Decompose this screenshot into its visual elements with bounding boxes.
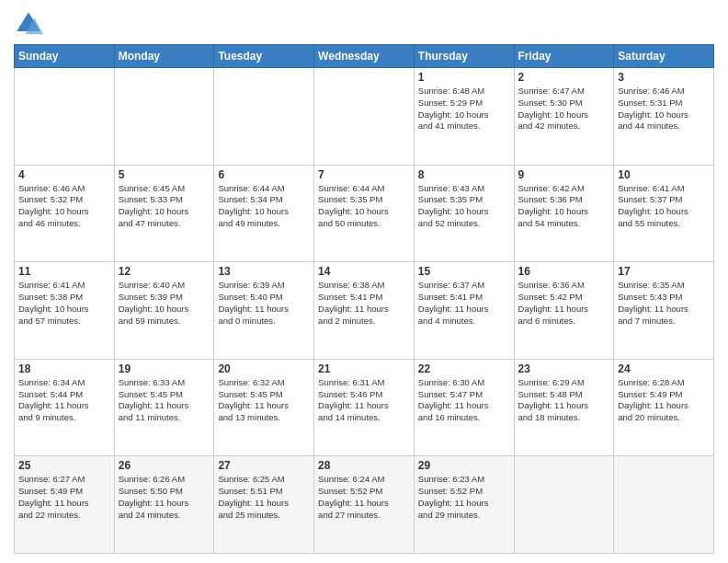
day-header-sunday: Sunday (15, 45, 115, 68)
day-info: Sunrise: 6:41 AM Sunset: 5:37 PM Dayligh… (618, 183, 710, 230)
calendar-cell: 7Sunrise: 6:44 AM Sunset: 5:35 PM Daylig… (314, 165, 415, 262)
calendar-header: SundayMondayTuesdayWednesdayThursdayFrid… (15, 45, 714, 68)
day-number: 6 (218, 168, 310, 181)
day-header-wednesday: Wednesday (314, 45, 415, 68)
day-number: 29 (418, 459, 510, 472)
calendar-cell: 26Sunrise: 6:26 AM Sunset: 5:50 PM Dayli… (114, 456, 214, 554)
calendar-cell: 28Sunrise: 6:24 AM Sunset: 5:52 PM Dayli… (314, 456, 415, 554)
day-info: Sunrise: 6:38 AM Sunset: 5:41 PM Dayligh… (318, 280, 410, 327)
day-info: Sunrise: 6:36 AM Sunset: 5:42 PM Dayligh… (518, 280, 610, 327)
day-info: Sunrise: 6:46 AM Sunset: 5:31 PM Dayligh… (618, 86, 710, 132)
logo-icon (14, 9, 43, 39)
day-info: Sunrise: 6:35 AM Sunset: 5:43 PM Dayligh… (618, 280, 710, 327)
week-row-2: 11Sunrise: 6:41 AM Sunset: 5:38 PM Dayli… (15, 262, 714, 360)
day-number: 27 (218, 459, 310, 472)
calendar-table: SundayMondayTuesdayWednesdayThursdayFrid… (14, 44, 714, 554)
day-number: 2 (518, 71, 610, 84)
day-header-thursday: Thursday (414, 45, 514, 68)
day-number: 10 (618, 168, 710, 181)
header-row: SundayMondayTuesdayWednesdayThursdayFrid… (15, 45, 714, 68)
week-row-3: 18Sunrise: 6:34 AM Sunset: 5:44 PM Dayli… (15, 359, 714, 456)
day-info: Sunrise: 6:28 AM Sunset: 5:49 PM Dayligh… (618, 377, 710, 424)
calendar-cell: 22Sunrise: 6:30 AM Sunset: 5:47 PM Dayli… (414, 359, 514, 456)
day-info: Sunrise: 6:42 AM Sunset: 5:36 PM Dayligh… (518, 183, 610, 230)
day-number: 4 (18, 168, 110, 181)
calendar-cell: 14Sunrise: 6:38 AM Sunset: 5:41 PM Dayli… (314, 262, 415, 360)
day-number: 7 (318, 168, 410, 181)
day-number: 14 (318, 265, 410, 278)
calendar-cell (114, 68, 214, 166)
day-number: 23 (518, 362, 610, 375)
day-number: 3 (618, 71, 710, 84)
calendar-cell (15, 68, 115, 166)
day-info: Sunrise: 6:44 AM Sunset: 5:34 PM Dayligh… (218, 183, 310, 230)
logo (14, 9, 47, 39)
calendar-cell (614, 456, 714, 554)
calendar-cell: 18Sunrise: 6:34 AM Sunset: 5:44 PM Dayli… (15, 359, 115, 456)
calendar-cell: 27Sunrise: 6:25 AM Sunset: 5:51 PM Dayli… (214, 456, 314, 554)
calendar-body: 1Sunrise: 6:48 AM Sunset: 5:29 PM Daylig… (15, 68, 714, 554)
day-info: Sunrise: 6:41 AM Sunset: 5:38 PM Dayligh… (18, 280, 110, 327)
day-info: Sunrise: 6:26 AM Sunset: 5:50 PM Dayligh… (119, 474, 210, 521)
page: SundayMondayTuesdayWednesdayThursdayFrid… (0, 0, 728, 563)
day-number: 13 (218, 265, 310, 278)
calendar-cell: 1Sunrise: 6:48 AM Sunset: 5:29 PM Daylig… (414, 68, 514, 166)
calendar-cell: 2Sunrise: 6:47 AM Sunset: 5:30 PM Daylig… (514, 68, 614, 166)
calendar-cell: 5Sunrise: 6:45 AM Sunset: 5:33 PM Daylig… (114, 165, 214, 262)
calendar-cell: 16Sunrise: 6:36 AM Sunset: 5:42 PM Dayli… (514, 262, 614, 360)
day-info: Sunrise: 6:48 AM Sunset: 5:29 PM Dayligh… (418, 86, 510, 132)
day-info: Sunrise: 6:47 AM Sunset: 5:30 PM Dayligh… (518, 86, 610, 132)
day-header-monday: Monday (114, 45, 214, 68)
week-row-0: 1Sunrise: 6:48 AM Sunset: 5:29 PM Daylig… (15, 68, 714, 166)
day-number: 19 (119, 362, 210, 375)
day-number: 18 (18, 362, 110, 375)
calendar-cell: 6Sunrise: 6:44 AM Sunset: 5:34 PM Daylig… (214, 165, 314, 262)
day-number: 11 (18, 265, 110, 278)
calendar-cell: 23Sunrise: 6:29 AM Sunset: 5:48 PM Dayli… (514, 359, 614, 456)
day-number: 1 (418, 71, 510, 84)
calendar-cell: 29Sunrise: 6:23 AM Sunset: 5:52 PM Dayli… (414, 456, 514, 554)
calendar-cell: 21Sunrise: 6:31 AM Sunset: 5:46 PM Dayli… (314, 359, 415, 456)
day-info: Sunrise: 6:32 AM Sunset: 5:45 PM Dayligh… (218, 377, 310, 424)
day-info: Sunrise: 6:25 AM Sunset: 5:51 PM Dayligh… (218, 474, 310, 521)
day-info: Sunrise: 6:24 AM Sunset: 5:52 PM Dayligh… (318, 474, 410, 521)
calendar-cell (514, 456, 614, 554)
calendar-cell: 9Sunrise: 6:42 AM Sunset: 5:36 PM Daylig… (514, 165, 614, 262)
day-info: Sunrise: 6:30 AM Sunset: 5:47 PM Dayligh… (418, 377, 510, 424)
calendar-cell: 17Sunrise: 6:35 AM Sunset: 5:43 PM Dayli… (614, 262, 714, 360)
day-info: Sunrise: 6:31 AM Sunset: 5:46 PM Dayligh… (318, 377, 410, 424)
day-info: Sunrise: 6:37 AM Sunset: 5:41 PM Dayligh… (418, 280, 510, 327)
calendar-cell: 20Sunrise: 6:32 AM Sunset: 5:45 PM Dayli… (214, 359, 314, 456)
day-info: Sunrise: 6:39 AM Sunset: 5:40 PM Dayligh… (218, 280, 310, 327)
day-number: 9 (518, 168, 610, 181)
calendar-cell: 8Sunrise: 6:43 AM Sunset: 5:35 PM Daylig… (414, 165, 514, 262)
day-number: 24 (618, 362, 710, 375)
day-number: 21 (318, 362, 410, 375)
calendar-cell: 12Sunrise: 6:40 AM Sunset: 5:39 PM Dayli… (114, 262, 214, 360)
calendar-cell: 11Sunrise: 6:41 AM Sunset: 5:38 PM Dayli… (15, 262, 115, 360)
day-number: 25 (18, 459, 110, 472)
day-info: Sunrise: 6:43 AM Sunset: 5:35 PM Dayligh… (418, 183, 510, 230)
day-info: Sunrise: 6:33 AM Sunset: 5:45 PM Dayligh… (119, 377, 210, 424)
day-number: 20 (218, 362, 310, 375)
day-info: Sunrise: 6:40 AM Sunset: 5:39 PM Dayligh… (119, 280, 210, 327)
day-info: Sunrise: 6:29 AM Sunset: 5:48 PM Dayligh… (518, 377, 610, 424)
calendar-cell: 3Sunrise: 6:46 AM Sunset: 5:31 PM Daylig… (614, 68, 714, 166)
day-number: 12 (119, 265, 210, 278)
day-number: 8 (418, 168, 510, 181)
day-number: 22 (418, 362, 510, 375)
day-info: Sunrise: 6:46 AM Sunset: 5:32 PM Dayligh… (18, 183, 110, 230)
day-info: Sunrise: 6:34 AM Sunset: 5:44 PM Dayligh… (18, 377, 110, 424)
day-info: Sunrise: 6:45 AM Sunset: 5:33 PM Dayligh… (119, 183, 210, 230)
calendar-cell: 10Sunrise: 6:41 AM Sunset: 5:37 PM Dayli… (614, 165, 714, 262)
header (14, 9, 714, 39)
day-header-friday: Friday (514, 45, 614, 68)
day-number: 16 (518, 265, 610, 278)
calendar-cell: 24Sunrise: 6:28 AM Sunset: 5:49 PM Dayli… (614, 359, 714, 456)
day-number: 15 (418, 265, 510, 278)
day-number: 26 (119, 459, 210, 472)
calendar-cell (214, 68, 314, 166)
day-header-saturday: Saturday (614, 45, 714, 68)
calendar-cell: 4Sunrise: 6:46 AM Sunset: 5:32 PM Daylig… (15, 165, 115, 262)
week-row-1: 4Sunrise: 6:46 AM Sunset: 5:32 PM Daylig… (15, 165, 714, 262)
